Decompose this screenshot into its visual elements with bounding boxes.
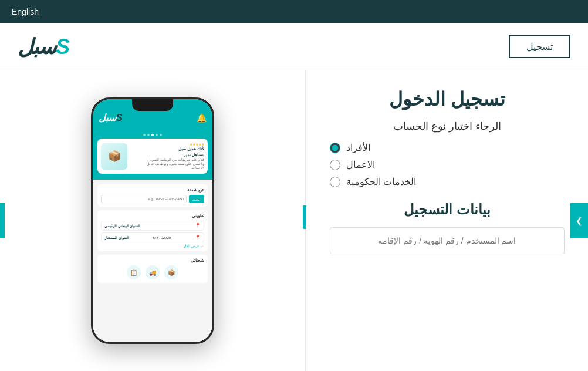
phone-banner: ★★★★★ لأنك عميل سبلتستاهل تميز قدم على ت…: [93, 128, 212, 180]
logo: Sسبل: [18, 36, 69, 58]
account-type-label: الرجاء اختيار نوع الحساب: [330, 120, 565, 133]
radio-individuals-input[interactable]: [330, 143, 340, 153]
radio-government-label: الخدمات الحكومية: [346, 176, 416, 187]
dot-2: [156, 134, 158, 136]
phone-shipments-title: شحناتي: [101, 258, 204, 263]
dot-4: [147, 134, 150, 136]
phone-banner-image: 📦: [101, 143, 127, 170]
right-panel: تسجيل الدخول الرجاء اختيار نوع الحساب ال…: [306, 70, 588, 371]
phone-body: تتبع شحنة ابحث عناويني 📍 العنوان الوطني …: [93, 180, 212, 342]
radio-government-input[interactable]: [330, 177, 340, 187]
registration-data-title: بيانات التسجيل: [330, 201, 565, 218]
phone-address-code: RRRD2929: [153, 236, 171, 240]
bell-icon: 🔔: [197, 113, 207, 123]
phone-address-main: 📍 العنوان الوطني الرئيسي: [101, 221, 204, 231]
dot-3: [151, 134, 154, 136]
phone-track-row: ابحث: [101, 195, 204, 203]
phone-track-title: تتبع شحنة: [101, 188, 204, 193]
shipment-icon-2: 🚚: [146, 265, 160, 279]
register-button[interactable]: تسجيل: [509, 35, 570, 58]
radio-government[interactable]: الخدمات الحكومية: [330, 176, 565, 187]
phone-banner-text: ★★★★★ لأنك عميل سبلتستاهل تميز قدم على ت…: [131, 142, 204, 170]
phone-addresses-title: عناويني: [101, 214, 204, 218]
phone-shipments-section: شحناتي 📦 🚚 📋: [97, 255, 208, 283]
phone-banner-sub: قدم على تعريفات من الوطنية للتمويلواحصل …: [131, 158, 204, 170]
left-accent: [0, 203, 5, 238]
phone-logo: Sسبل: [99, 112, 123, 123]
radio-individuals-label: الأفراد: [346, 142, 370, 153]
phone-track-section: تتبع شحنة ابحث: [97, 184, 208, 207]
phone-view-all[interactable]: ← عرض الكل: [101, 244, 204, 248]
phone-address-alt: 📍 RRRD2929 العنوان المستعار: [101, 232, 204, 242]
phone-banner-card: ★★★★★ لأنك عميل سبلتستاهل تميز قدم على ت…: [97, 139, 208, 174]
logo-text: Sسبل: [18, 36, 69, 58]
phone-alt-address-label: العنوان المستعار: [104, 236, 129, 240]
left-panel: 🔔 Sسبل ★★★★★: [0, 70, 305, 371]
top-bar: English: [0, 0, 588, 23]
radio-business-label: الاعمال: [346, 159, 375, 170]
login-title: تسجيل الدخول: [330, 88, 565, 110]
phone-screen: 🔔 Sسبل ★★★★★: [93, 99, 212, 342]
phone-banner-title: لأنك عميل سبلتستاهل تميز: [131, 146, 204, 158]
phone-pin-icon-alt: 📍: [195, 235, 201, 240]
username-input[interactable]: [330, 227, 565, 254]
phone-addresses-section: عناويني 📍 العنوان الوطني الرئيسي 📍 RRRD2…: [97, 210, 208, 251]
dot-1: [160, 134, 162, 136]
shipment-icon-1: 📦: [164, 265, 178, 279]
radio-business-input[interactable]: [330, 160, 340, 170]
header: تسجيل Sسبل: [0, 23, 588, 70]
phone-stars: ★★★★★: [131, 142, 204, 146]
radio-group: الأفراد الاعمال الخدمات الحكومية: [330, 142, 565, 187]
phone-shipment-icons: 📦 🚚 📋: [101, 265, 204, 279]
phone-mockup: 🔔 Sسبل ★★★★★: [91, 97, 214, 344]
phone-main-address-label: العنوان الوطني الرئيسي: [104, 224, 140, 228]
right-chevron[interactable]: [570, 203, 588, 238]
radio-business[interactable]: الاعمال: [330, 159, 565, 170]
phone-track-input[interactable]: [101, 195, 187, 203]
phone-pin-icon: 📍: [195, 223, 201, 228]
radio-individuals[interactable]: الأفراد: [330, 142, 565, 153]
main-content: 🔔 Sسبل ★★★★★: [0, 70, 588, 371]
phone-dots: [97, 131, 208, 139]
phone-notch: [132, 99, 173, 111]
language-switcher[interactable]: English: [12, 7, 39, 16]
phone-track-button[interactable]: ابحث: [189, 195, 204, 203]
dot-5: [143, 134, 146, 136]
shipment-icon-3: 📋: [127, 265, 141, 279]
